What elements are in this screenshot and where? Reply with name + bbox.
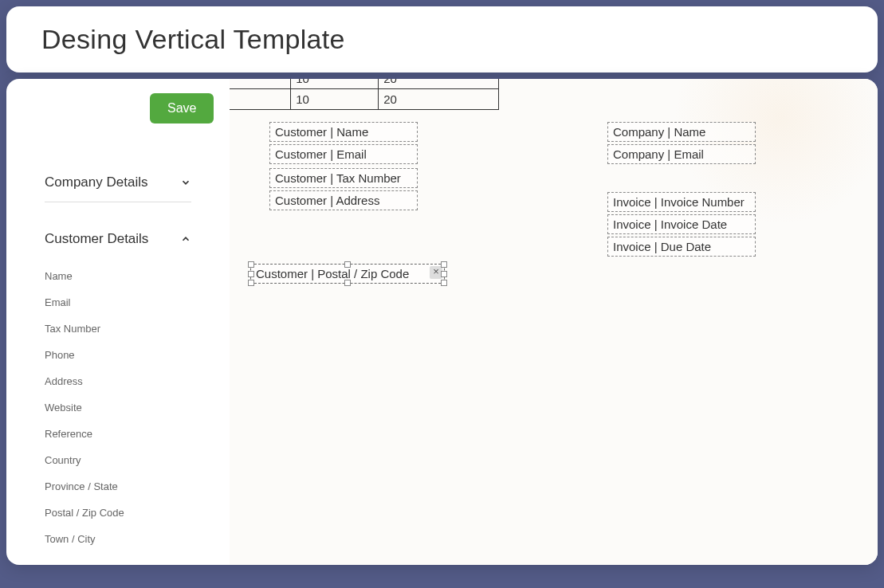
sidebar-item-email[interactable]: Email	[45, 289, 191, 316]
save-button[interactable]: Save	[150, 93, 214, 123]
field-customer-postal-selected[interactable]: Customer | Postal / Zip Code ×	[250, 264, 445, 284]
sidebar-item-address[interactable]: Address	[45, 368, 191, 394]
accordion-company-details[interactable]: Company Details	[45, 163, 191, 202]
field-customer-address[interactable]: Customer | Address	[269, 190, 418, 210]
sidebar-item-province-state[interactable]: Province / State	[45, 473, 191, 500]
resize-handle-n[interactable]	[344, 261, 351, 268]
resize-handle-e[interactable]	[441, 271, 447, 277]
page-title: Desing Vertical Template	[41, 24, 843, 55]
table-row[interactable]: Item name21020	[230, 89, 499, 110]
accordion-title-customer: Customer Details	[45, 231, 148, 247]
field-customer-tax[interactable]: Customer | Tax Number	[269, 168, 418, 188]
field-invoice-number[interactable]: Invoice | Invoice Number	[607, 192, 756, 212]
resize-handle-w[interactable]	[248, 271, 254, 277]
sidebar-item-town-city[interactable]: Town / City	[45, 526, 191, 552]
chevron-down-icon	[180, 177, 191, 188]
sidebar-item-name[interactable]: Name	[45, 263, 191, 289]
resize-handle-s[interactable]	[344, 280, 351, 286]
table-row[interactable]: Item name21020	[230, 79, 499, 89]
field-company-name[interactable]: Company | Name	[607, 122, 756, 142]
items-table[interactable]: Name Quantity Price Amount Item name2102…	[230, 79, 499, 110]
accordion-title-company: Company Details	[45, 174, 147, 190]
field-due-date[interactable]: Invoice | Due Date	[607, 237, 756, 257]
customer-field-list: Name Email Tax Number Phone Address Webs…	[45, 258, 191, 552]
field-customer-email[interactable]: Customer | Email	[269, 144, 418, 164]
header-card: Desing Vertical Template	[6, 6, 878, 73]
sidebar-item-country[interactable]: Country	[45, 447, 191, 473]
sidebar: Save Company Details Customer Details Na…	[6, 79, 230, 565]
sidebar-item-reference[interactable]: Reference	[45, 421, 191, 447]
resize-handle-nw[interactable]	[248, 261, 254, 268]
template-canvas[interactable]: Customer | Name Customer | Email Custome…	[230, 79, 878, 565]
field-company-email[interactable]: Company | Email	[607, 144, 756, 164]
chevron-up-icon	[180, 233, 191, 245]
sidebar-item-phone[interactable]: Phone	[45, 342, 191, 368]
sidebar-item-tax-number[interactable]: Tax Number	[45, 316, 191, 342]
field-customer-postal-label: Customer | Postal / Zip Code	[256, 267, 409, 280]
resize-handle-se[interactable]	[441, 280, 447, 286]
resize-handle-sw[interactable]	[248, 280, 254, 286]
resize-handle-ne[interactable]	[441, 261, 447, 268]
accordion-customer-details[interactable]: Customer Details	[45, 220, 191, 258]
field-invoice-date[interactable]: Invoice | Invoice Date	[607, 214, 756, 234]
main-card: Save Company Details Customer Details Na…	[6, 79, 878, 565]
field-customer-name[interactable]: Customer | Name	[269, 122, 418, 142]
sidebar-item-postal-zip[interactable]: Postal / Zip Code	[45, 500, 191, 526]
sidebar-item-website[interactable]: Website	[45, 394, 191, 421]
